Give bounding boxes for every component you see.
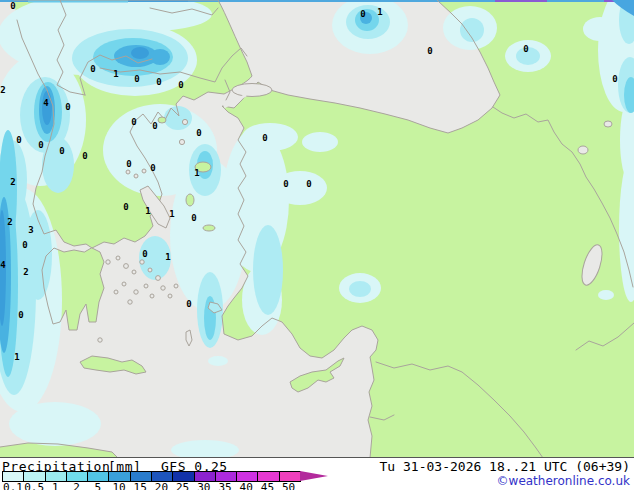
precip-value-label: 0 bbox=[131, 117, 136, 127]
copyright-link[interactable]: ©weatheronline.co.uk bbox=[497, 474, 630, 488]
precip-value-label: 1 bbox=[377, 7, 382, 17]
precip-value-label: 1 bbox=[145, 206, 150, 216]
colorbar-segment-10 bbox=[109, 472, 130, 481]
precip-value-label: 0 bbox=[126, 159, 131, 169]
colorbar-segment-2 bbox=[67, 472, 88, 481]
precip-value-label: 0 bbox=[262, 133, 267, 143]
colorbar-ticks: 0.10.5125101520253035404550 bbox=[0, 481, 340, 490]
colorbar-tick: 45 bbox=[261, 481, 274, 490]
precip-value-label: 0 bbox=[90, 64, 95, 74]
precip-value-label: 2 bbox=[0, 85, 5, 95]
precip-value-label: 1 bbox=[194, 168, 199, 178]
precip-value-label: 0 bbox=[82, 151, 87, 161]
precip-value-label: 0 bbox=[152, 121, 157, 131]
precip-value-label: 0 bbox=[38, 140, 43, 150]
colorbar-segment-5 bbox=[88, 472, 109, 481]
precip-value-label: 0 bbox=[523, 44, 528, 54]
samos-island bbox=[203, 225, 215, 231]
precip-value-label: 0 bbox=[16, 135, 21, 145]
colorbar-tick: 30 bbox=[197, 481, 210, 490]
precip-value-label: 1 bbox=[169, 209, 174, 219]
precip-value-label: 0 bbox=[156, 77, 161, 87]
precip-value-label: 1 bbox=[14, 352, 19, 362]
colorbar-tick: 10 bbox=[112, 481, 125, 490]
colorbar-segment-0.1 bbox=[3, 472, 24, 481]
colorbar-tick: 1 bbox=[52, 481, 59, 490]
precip-value-label: 2 bbox=[10, 177, 15, 187]
precip-value-label: 0 bbox=[427, 46, 432, 56]
precip-value-label: 0 bbox=[142, 249, 147, 259]
precip-value-label: 0 bbox=[360, 9, 365, 19]
colorbar-tick: 5 bbox=[94, 481, 101, 490]
precip-value-label: 1 bbox=[165, 252, 170, 262]
colorbar-segment-15 bbox=[131, 472, 152, 481]
precip-value-label: 0 bbox=[65, 102, 70, 112]
colorbar-tick: 35 bbox=[218, 481, 231, 490]
chios-island bbox=[186, 194, 194, 206]
colorbar-tick: 50 bbox=[282, 481, 295, 490]
precip-value-label: 0 bbox=[10, 1, 15, 11]
precip-value-label: 1 bbox=[113, 69, 118, 79]
precip-value-label: 0 bbox=[283, 179, 288, 189]
sea-of-marmara bbox=[232, 84, 272, 97]
precip-value-label: 3 bbox=[28, 225, 33, 235]
colorbar-tick: 0.1 bbox=[3, 481, 23, 490]
legend-bar: Precipitation [mm] GFS 0.25 0.10.5125101… bbox=[0, 458, 634, 490]
colorbar-tick: 2 bbox=[73, 481, 80, 490]
thasos-island bbox=[158, 117, 166, 123]
precip-value-label: 0 bbox=[22, 240, 27, 250]
precip-value-label: 0 bbox=[612, 74, 617, 84]
colorbar-segment-45 bbox=[258, 472, 279, 481]
precip-value-label: 0 bbox=[306, 179, 311, 189]
colorbar-arrow bbox=[300, 471, 328, 481]
colorbar-tick: 25 bbox=[176, 481, 189, 490]
precip-value-label: 4 bbox=[43, 98, 49, 108]
precip-value-label: 0 bbox=[178, 80, 183, 90]
colorbar-segment-0.5 bbox=[24, 472, 45, 481]
colorbar-segment-25 bbox=[173, 472, 194, 481]
colorbar-segment-30 bbox=[195, 472, 216, 481]
precip-value-label: 0 bbox=[191, 213, 196, 223]
precipitation-map: 0010000100024000000000001200011023001420… bbox=[0, 0, 634, 458]
colorbar-segment-40 bbox=[237, 472, 258, 481]
precip-value-label: 0 bbox=[123, 202, 128, 212]
colorbar-tick: 20 bbox=[155, 481, 168, 490]
colorbar-segment-35 bbox=[216, 472, 237, 481]
map-canvas: 0010000100024000000000001200011023001420… bbox=[0, 0, 634, 458]
precip-value-label: 0 bbox=[196, 128, 201, 138]
colorbar-tick: 15 bbox=[134, 481, 147, 490]
precip-value-label: 0 bbox=[18, 310, 23, 320]
precip-value-label: 4 bbox=[0, 260, 6, 270]
colorbar-segment-1 bbox=[46, 472, 67, 481]
precip-value-label: 0 bbox=[134, 74, 139, 84]
precip-value-label: 0 bbox=[59, 146, 64, 156]
precip-value-label: 0 bbox=[150, 163, 155, 173]
colorbar-segment-50 bbox=[280, 472, 300, 481]
colorbar-tick: 0.5 bbox=[24, 481, 44, 490]
precip-value-label: 2 bbox=[23, 267, 28, 277]
precip-value-label: 0 bbox=[186, 299, 191, 309]
forecast-datetime: Tu 31-03-2026 18..21 UTC (06+39) bbox=[380, 459, 630, 474]
weather-map-app: 0010000100024000000000001200011023001420… bbox=[0, 0, 634, 490]
colorbar-tick: 40 bbox=[240, 481, 253, 490]
precip-value-label: 2 bbox=[7, 217, 12, 227]
colorbar-segment-20 bbox=[152, 472, 173, 481]
